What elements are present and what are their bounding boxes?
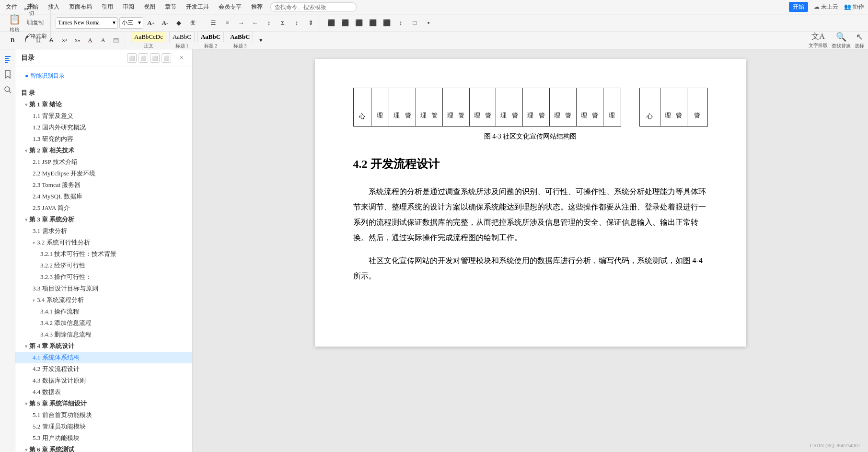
para-border-button[interactable]: □	[408, 17, 421, 29]
font-adjust-tool[interactable]: 文A 文字排版	[809, 32, 828, 49]
menu-recommend[interactable]: 推荐	[249, 2, 265, 12]
style-normal[interactable]: AaBbCcDc 正文	[131, 32, 166, 49]
underline-button[interactable]: U	[33, 35, 44, 46]
doc-content: 心 理 管理 管理 管理 管理 管理 管理 管理 管理 理	[353, 88, 708, 284]
font-name-selector[interactable]: Times New Roma ▾	[56, 17, 118, 29]
justify-button[interactable]: ⬛	[367, 17, 379, 29]
border-button[interactable]: ▤	[110, 35, 122, 46]
para-spacing-button[interactable]: ⇕	[304, 17, 317, 29]
style-h1[interactable]: AaBbC 标题 1	[169, 32, 195, 49]
style-h2[interactable]: AaBbC 标题 2	[197, 32, 224, 49]
start-button[interactable]: 开始	[789, 2, 808, 12]
find-replace-icon: 🔍	[836, 32, 846, 42]
toc-close-button[interactable]: ×	[177, 53, 186, 63]
toc-item[interactable]: ▾3.2 系统可行性分析	[15, 237, 192, 248]
toc-item[interactable]: ▾第 6 章 系统测试	[15, 444, 192, 452]
toc-item[interactable]: 2.3 Tomcat 服务器	[15, 179, 192, 191]
toc-item[interactable]: 4.2 开发流程设计	[15, 363, 192, 375]
line-spacing-button[interactable]: ↕	[290, 17, 303, 29]
subscript-button[interactable]: X₂	[71, 35, 83, 46]
menu-reference[interactable]: 引用	[100, 2, 115, 12]
align-right-button[interactable]: ⬛	[353, 17, 365, 29]
search-input[interactable]	[270, 2, 357, 12]
toc-item[interactable]: 3.3 项目设计目标与原则	[15, 283, 192, 294]
line-spacing2-button[interactable]: ↕	[394, 17, 407, 29]
toc-item[interactable]: ▾第 1 章 绪论	[15, 99, 192, 110]
toc-item[interactable]: ▾3.4 系统流程分析	[15, 294, 192, 306]
indent-decrease-button[interactable]: ←	[249, 17, 261, 29]
toc-item[interactable]: 3.1 需求分析	[15, 225, 192, 237]
italic-button[interactable]: I	[20, 35, 31, 46]
toc-item[interactable]: ▾第 4 章 系统设计	[15, 340, 192, 352]
menu-view[interactable]: 视图	[142, 2, 157, 12]
menu-member[interactable]: 会员专享	[217, 2, 243, 12]
align-left-button[interactable]: ⬛	[325, 17, 337, 29]
diamond-icon[interactable]: ◆	[173, 17, 185, 29]
sort-button[interactable]: ↕	[263, 17, 275, 29]
menu-review[interactable]: 审阅	[121, 2, 136, 12]
number-list-button[interactable]: ≡	[221, 17, 233, 29]
toc-item[interactable]: 3.4.3 删除信息流程	[15, 329, 192, 340]
distributed-button[interactable]: ⬛	[381, 17, 393, 29]
style-h3[interactable]: AaBbC 标题 3	[227, 32, 253, 49]
toc-grid-view[interactable]: ⬜	[162, 53, 171, 63]
toc-item[interactable]: 2.5 JAVA 简介	[15, 202, 192, 214]
paste-button[interactable]: 📋	[7, 12, 22, 26]
menu-chapter[interactable]: 章节	[163, 2, 178, 12]
bullet-list-button[interactable]: ☰	[207, 17, 220, 29]
decrease-font-button[interactable]: A-	[159, 17, 171, 29]
toc-item[interactable]: ▾第 5 章 系统详细设计	[15, 398, 192, 409]
superscript-button[interactable]: X²	[58, 35, 70, 46]
cut-button[interactable]: ✂ 剪切	[23, 3, 36, 16]
cloud-label[interactable]: ☁ 未上云	[814, 3, 838, 11]
indent-increase-button[interactable]: →	[235, 17, 247, 29]
toc-item[interactable]: 5.2 管理员功能模块	[15, 421, 192, 432]
toc-item[interactable]: 2.1 JSP 技术介绍	[15, 156, 192, 168]
toc-item[interactable]: 1.2 国内外研究概况	[15, 122, 192, 133]
toc-item[interactable]: 5.3 用户功能模块	[15, 432, 192, 444]
toc-item[interactable]: 4.1 系统体系结构	[15, 352, 192, 363]
smart-toc-button[interactable]: ● 智能识别目录	[21, 70, 186, 82]
strikethrough-button[interactable]: A̶	[46, 35, 57, 46]
toc-item[interactable]: 5.1 前台首页功能模块	[15, 409, 192, 421]
toc-item[interactable]: 2.2 MyEclipse 开发环境	[15, 168, 192, 179]
toc-item[interactable]: 2.4 MySQL 数据库	[15, 191, 192, 202]
shading-button[interactable]: ▪	[422, 17, 435, 29]
font-symbol-button[interactable]: Σ	[277, 17, 289, 29]
toc-item[interactable]: 1.3 研究的内容	[15, 133, 192, 145]
toc-item[interactable]: 目 录	[15, 87, 192, 99]
bold-button[interactable]: B	[7, 35, 18, 46]
toc-expand-all[interactable]: ⬜	[127, 53, 137, 63]
transform-case-button[interactable]: 变	[186, 17, 199, 29]
toc-item[interactable]: 3.2.1 技术可行性：技术背景	[15, 248, 192, 260]
select-tool[interactable]: ↖ 选择	[855, 32, 864, 49]
copy-button[interactable]: ⿻ 复制	[23, 17, 47, 29]
highlight-button[interactable]: A	[97, 35, 109, 46]
toc-item[interactable]: 3.2.3 操作可行性：	[15, 271, 192, 283]
sidebar-icon-bookmark[interactable]	[2, 69, 13, 80]
toc-list-view[interactable]: ⬜	[150, 53, 160, 63]
find-replace-tool[interactable]: 🔍 查找替换	[832, 32, 851, 49]
toc-item[interactable]: 3.4.2 添加信息流程	[15, 317, 192, 329]
sidebar-icon-toc[interactable]	[2, 53, 13, 65]
toc-item[interactable]: 3.2.2 经济可行性	[15, 260, 192, 271]
doc-area[interactable]: 心 理 管理 管理 管理 管理 管理 管理 管理 管理 理	[193, 49, 868, 452]
font-color-button[interactable]: A	[84, 35, 96, 46]
collab-label[interactable]: 👥 协作	[844, 3, 864, 11]
sidebar-icon-search[interactable]	[2, 84, 13, 95]
increase-font-button[interactable]: A+	[145, 17, 157, 29]
toc-item[interactable]: ▾第 3 章 系统分析	[15, 214, 192, 225]
toc-item[interactable]: 1.1 背景及意义	[15, 110, 192, 122]
menu-page-layout[interactable]: 页面布局	[67, 2, 94, 12]
toc-item[interactable]: 3.4.1 操作流程	[15, 306, 192, 317]
more-styles-button[interactable]: ▾	[255, 35, 266, 46]
toc-item[interactable]: ▾第 2 章 相关技术	[15, 145, 192, 156]
paste-label: 粘贴	[10, 26, 19, 33]
align-center-button[interactable]: ⬛	[339, 17, 351, 29]
toc-item[interactable]: 4.3 数据库设计原则	[15, 375, 192, 386]
font-size-selector[interactable]: 小三 ▾	[119, 17, 143, 29]
title-bar-left: 文件 开始 插入 页面布局 引用 审阅 视图 章节 开发工具 会员专享 推荐	[4, 2, 357, 12]
menu-dev-tools[interactable]: 开发工具	[184, 2, 211, 12]
toc-item[interactable]: 4.4 数据表	[15, 386, 192, 398]
toc-collapse-all[interactable]: ⬜	[139, 53, 148, 63]
